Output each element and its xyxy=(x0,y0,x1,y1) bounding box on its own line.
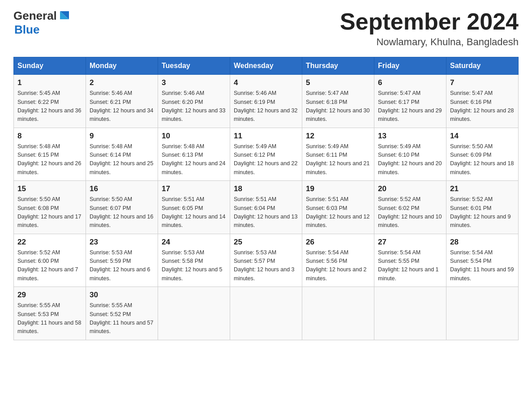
daylight-text: Daylight: 12 hours and 36 minutes. xyxy=(17,107,81,122)
calendar-body: 1 Sunrise: 5:45 AM Sunset: 6:22 PM Dayli… xyxy=(14,75,519,340)
sunrise-text: Sunrise: 5:54 AM xyxy=(378,249,420,256)
sunrise-text: Sunrise: 5:54 AM xyxy=(450,249,493,256)
calendar-day-cell: 11 Sunrise: 5:49 AM Sunset: 6:12 PM Dayl… xyxy=(230,128,302,181)
sunset-text: Sunset: 6:21 PM xyxy=(90,99,131,105)
day-number: 1 xyxy=(17,78,82,87)
sunrise-text: Sunrise: 5:46 AM xyxy=(234,90,276,96)
calendar-day-cell: 2 Sunrise: 5:46 AM Sunset: 6:21 PM Dayli… xyxy=(86,75,158,128)
day-number: 2 xyxy=(90,78,154,87)
calendar-week-row: 15 Sunrise: 5:50 AM Sunset: 6:08 PM Dayl… xyxy=(14,181,519,234)
location: Nowlamary, Khulna, Bangladesh xyxy=(340,36,519,48)
day-info: Sunrise: 5:54 AM Sunset: 5:54 PM Dayligh… xyxy=(450,248,515,283)
sunset-text: Sunset: 6:20 PM xyxy=(162,99,203,105)
calendar-day-cell xyxy=(446,287,519,340)
sunrise-text: Sunrise: 5:49 AM xyxy=(306,143,348,150)
sunset-text: Sunset: 6:00 PM xyxy=(17,258,59,264)
sunrise-text: Sunrise: 5:52 AM xyxy=(17,249,60,256)
day-number: 26 xyxy=(306,238,370,247)
daylight-text: Daylight: 12 hours and 25 minutes. xyxy=(90,160,153,175)
sunrise-text: Sunrise: 5:51 AM xyxy=(234,196,276,202)
day-info: Sunrise: 5:48 AM Sunset: 6:13 PM Dayligh… xyxy=(162,142,226,177)
daylight-text: Daylight: 12 hours and 14 minutes. xyxy=(162,214,225,228)
sunrise-text: Sunrise: 5:49 AM xyxy=(378,143,420,150)
sunrise-text: Sunrise: 5:48 AM xyxy=(17,143,60,150)
sunset-text: Sunset: 6:11 PM xyxy=(306,152,347,158)
daylight-text: Daylight: 12 hours and 32 minutes. xyxy=(234,107,297,122)
day-info: Sunrise: 5:54 AM Sunset: 5:55 PM Dayligh… xyxy=(378,248,442,283)
calendar-day-cell: 24 Sunrise: 5:53 AM Sunset: 5:58 PM Dayl… xyxy=(158,234,230,287)
day-of-week-header: Sunday xyxy=(14,57,86,75)
day-number: 21 xyxy=(450,184,515,193)
days-of-week-row: SundayMondayTuesdayWednesdayThursdayFrid… xyxy=(14,57,519,75)
sunrise-text: Sunrise: 5:55 AM xyxy=(17,302,60,308)
logo[interactable]: General Blue xyxy=(13,9,71,37)
day-number: 8 xyxy=(17,132,82,141)
day-number: 19 xyxy=(306,184,370,193)
daylight-text: Daylight: 12 hours and 34 minutes. xyxy=(90,107,153,122)
daylight-text: Daylight: 12 hours and 1 minute. xyxy=(378,266,439,281)
day-info: Sunrise: 5:50 AM Sunset: 6:07 PM Dayligh… xyxy=(90,195,154,230)
day-info: Sunrise: 5:55 AM Sunset: 5:53 PM Dayligh… xyxy=(17,301,82,336)
calendar-day-cell xyxy=(302,287,374,340)
day-info: Sunrise: 5:49 AM Sunset: 6:12 PM Dayligh… xyxy=(234,142,298,177)
day-info: Sunrise: 5:54 AM Sunset: 5:56 PM Dayligh… xyxy=(306,248,370,283)
day-number: 29 xyxy=(17,291,82,300)
sunset-text: Sunset: 6:07 PM xyxy=(90,205,131,211)
day-of-week-header: Saturday xyxy=(446,57,519,75)
calendar-day-cell: 25 Sunrise: 5:53 AM Sunset: 5:57 PM Dayl… xyxy=(230,234,302,287)
daylight-text: Daylight: 12 hours and 30 minutes. xyxy=(306,107,369,122)
day-info: Sunrise: 5:52 AM Sunset: 6:01 PM Dayligh… xyxy=(450,195,515,230)
calendar-day-cell: 12 Sunrise: 5:49 AM Sunset: 6:11 PM Dayl… xyxy=(302,128,374,181)
sunset-text: Sunset: 6:08 PM xyxy=(17,205,59,211)
day-number: 17 xyxy=(162,184,226,193)
sunrise-text: Sunrise: 5:52 AM xyxy=(378,196,420,202)
day-number: 15 xyxy=(17,184,82,193)
sunrise-text: Sunrise: 5:54 AM xyxy=(306,249,348,256)
day-info: Sunrise: 5:46 AM Sunset: 6:20 PM Dayligh… xyxy=(162,89,226,124)
daylight-text: Daylight: 12 hours and 3 minutes. xyxy=(234,266,295,281)
day-of-week-header: Thursday xyxy=(302,57,374,75)
day-number: 24 xyxy=(162,238,226,247)
month-title: September 2024 xyxy=(340,9,519,34)
calendar-week-row: 8 Sunrise: 5:48 AM Sunset: 6:15 PM Dayli… xyxy=(14,128,519,181)
day-info: Sunrise: 5:53 AM Sunset: 5:59 PM Dayligh… xyxy=(90,248,154,283)
day-number: 6 xyxy=(378,78,442,87)
day-number: 14 xyxy=(450,132,515,141)
sunrise-text: Sunrise: 5:49 AM xyxy=(234,143,276,150)
day-number: 12 xyxy=(306,132,370,141)
calendar-day-cell: 4 Sunrise: 5:46 AM Sunset: 6:19 PM Dayli… xyxy=(230,75,302,128)
daylight-text: Daylight: 12 hours and 26 minutes. xyxy=(17,160,81,175)
day-number: 18 xyxy=(234,184,298,193)
sunset-text: Sunset: 6:16 PM xyxy=(450,99,491,105)
daylight-text: Daylight: 12 hours and 9 minutes. xyxy=(450,214,511,228)
day-number: 3 xyxy=(162,78,226,87)
sunset-text: Sunset: 6:05 PM xyxy=(162,205,203,211)
day-info: Sunrise: 5:45 AM Sunset: 6:22 PM Dayligh… xyxy=(17,89,82,124)
sunrise-text: Sunrise: 5:47 AM xyxy=(306,90,348,96)
sunrise-text: Sunrise: 5:48 AM xyxy=(162,143,204,150)
daylight-text: Daylight: 11 hours and 59 minutes. xyxy=(450,266,514,281)
day-number: 5 xyxy=(306,78,370,87)
day-number: 25 xyxy=(234,238,298,247)
sunrise-text: Sunrise: 5:53 AM xyxy=(90,249,132,256)
sunset-text: Sunset: 5:56 PM xyxy=(306,258,347,264)
calendar-day-cell: 3 Sunrise: 5:46 AM Sunset: 6:20 PM Dayli… xyxy=(158,75,230,128)
sunset-text: Sunset: 6:17 PM xyxy=(378,99,419,105)
sunrise-text: Sunrise: 5:47 AM xyxy=(378,90,420,96)
daylight-text: Daylight: 12 hours and 6 minutes. xyxy=(90,266,150,281)
sunset-text: Sunset: 6:09 PM xyxy=(450,152,491,158)
daylight-text: Daylight: 12 hours and 12 minutes. xyxy=(306,214,369,228)
day-of-week-header: Tuesday xyxy=(158,57,230,75)
calendar-day-cell: 5 Sunrise: 5:47 AM Sunset: 6:18 PM Dayli… xyxy=(302,75,374,128)
sunset-text: Sunset: 5:57 PM xyxy=(234,258,275,264)
sunset-text: Sunset: 6:19 PM xyxy=(234,99,275,105)
calendar-day-cell: 15 Sunrise: 5:50 AM Sunset: 6:08 PM Dayl… xyxy=(14,181,86,234)
sunrise-text: Sunrise: 5:53 AM xyxy=(234,249,276,256)
daylight-text: Daylight: 12 hours and 21 minutes. xyxy=(306,160,369,175)
day-info: Sunrise: 5:53 AM Sunset: 5:57 PM Dayligh… xyxy=(234,248,298,283)
day-number: 20 xyxy=(378,184,442,193)
sunrise-text: Sunrise: 5:53 AM xyxy=(162,249,204,256)
daylight-text: Daylight: 12 hours and 22 minutes. xyxy=(234,160,297,175)
calendar-day-cell: 1 Sunrise: 5:45 AM Sunset: 6:22 PM Dayli… xyxy=(14,75,86,128)
daylight-text: Daylight: 12 hours and 29 minutes. xyxy=(378,107,442,122)
